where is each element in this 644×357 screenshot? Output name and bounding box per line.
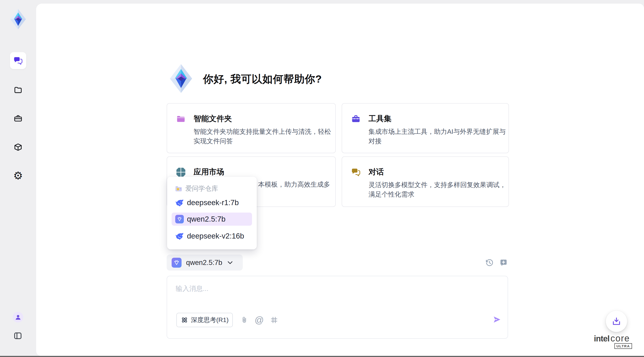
deepseek-whale-icon [175,232,184,240]
greeting-title: 你好, 我可以如何帮助你? [203,72,322,86]
intel-core-ultra-logo: intel core ULTRA [594,333,632,344]
card-smart-folder[interactable]: 智能文件夹 智能文件夹功能支持批量文件上传与清洗，轻松实现文件问答 [167,103,336,153]
download-app-button[interactable] [606,311,627,332]
card-title: 工具集 [368,113,392,124]
sidebar-item-tools[interactable] [14,114,22,123]
model-option-deepseek-r1[interactable]: deepseek-r1:7b [172,196,252,209]
card-toolset[interactable]: 工具集 集成市场上主流工具，助力AI与外界无缝扩展与对接 [342,103,509,153]
message-composer: 深度思考(R1) @ [167,276,508,339]
cube-icon [14,143,22,152]
card-conversation[interactable]: 对话 灵活切换多模型文件，支持多样回复效果调试，满足个性化需求 [342,156,509,207]
paperclip-icon [241,316,248,324]
qwen-logo-icon [172,258,182,268]
sidebar-item-chat[interactable] [10,52,26,69]
briefcase-filled-icon [351,114,360,124]
selected-model-label: qwen2.5:7b [186,259,222,267]
mention-button[interactable]: @ [255,315,264,325]
toolbox-icon [14,114,22,123]
card-title: 应用市场 [194,167,224,177]
model-selector-button[interactable]: qwen2.5:7b [167,255,243,271]
new-chat-icon [500,259,508,267]
model-dropdown-menu: 爱问学仓库 deepseek-r1:7b qwen2.5:7b [167,177,257,249]
panel-toggle-icon [14,332,22,340]
core-wordmark: core [610,333,630,343]
attach-file-button[interactable] [240,315,249,325]
deepseek-whale-icon [175,198,184,207]
qwen-logo-icon [175,215,184,223]
card-title: 智能文件夹 [194,113,232,124]
dropdown-group-header: 爱问学仓库 [175,185,218,193]
ultra-badge: ULTRA [614,343,632,349]
hero-diamond-logo [166,64,196,93]
send-icon [492,316,501,324]
card-title: 对话 [368,167,384,177]
window-bottom-edge [0,356,644,357]
hash-grid-icon [270,316,278,324]
app-market-grid-icon [176,167,186,177]
card-description: 灵活切换多模型文件，支持多样回复效果调试，满足个性化需求 [368,180,508,199]
download-icon [612,317,621,326]
dropdown-group-label: 爱问学仓库 [186,184,218,193]
model-option-qwen-selected[interactable]: qwen2.5:7b [172,213,252,226]
model-option-deepseek-v2[interactable]: deepseek-v2:16b [172,230,252,243]
card-description: 智能文件夹功能支持批量文件上传与清洗，轻松实现文件问答 [194,127,333,146]
brand-diamond-logo [7,9,29,29]
person-icon [15,314,22,321]
intel-wordmark: intel [594,334,610,343]
sidebar: ⚙ [0,0,36,357]
sidebar-item-models[interactable] [14,142,22,152]
card-description: 集成市场上主流工具，助力AI与外界无缝扩展与对接 [368,127,508,146]
model-option-label: deepseek-v2:16b [187,232,244,240]
history-button[interactable] [486,259,494,267]
model-option-label: deepseek-r1:7b [187,198,239,207]
folder-filled-icon [176,114,186,124]
model-option-label: qwen2.5:7b [187,215,226,223]
sidebar-item-settings[interactable]: ⚙ [14,171,22,181]
deep-think-toggle[interactable]: 深度思考(R1) [176,313,233,327]
at-icon: @ [255,316,264,325]
user-avatar[interactable] [13,312,23,323]
atom-icon [181,316,188,324]
prompt-tags-button[interactable] [270,315,279,325]
iask-repo-icon [175,185,182,192]
deep-think-label: 深度思考(R1) [191,316,228,324]
chat-bubbles-icon [13,56,23,65]
composer-tools: @ [240,315,279,325]
folder-icon [14,85,22,94]
collapse-sidebar-button[interactable] [14,331,22,340]
card-description-partial: 本模板，助力高效生成多 [258,180,330,189]
gear-icon: ⚙ [13,171,23,181]
send-button[interactable] [492,315,502,324]
history-icon [486,259,494,267]
app-window: ⚙ 你好, 我可以如何帮助你? [0,0,644,357]
sidebar-item-folders[interactable] [14,85,22,94]
message-input[interactable] [175,282,470,296]
chat-gold-icon [351,167,360,177]
chevron-down-icon [227,259,234,266]
new-chat-button[interactable] [500,259,508,267]
chat-actions [486,259,510,267]
